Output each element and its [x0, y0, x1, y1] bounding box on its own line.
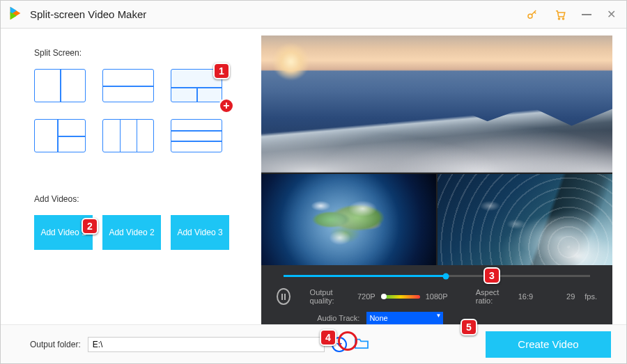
quality-low-text: 720P	[357, 292, 376, 301]
svg-point-3	[528, 14, 532, 18]
layout-thumbnails	[34, 69, 242, 152]
split-screen-label: Split Screen:	[34, 48, 242, 58]
preview-slot-2[interactable]	[261, 174, 436, 265]
output-folder-input[interactable]	[88, 337, 325, 352]
layout-2col[interactable]	[34, 69, 86, 102]
layout-left-2right[interactable]	[34, 119, 86, 152]
aspect-ratio-label: Aspect ratio:	[476, 288, 509, 305]
create-video-button[interactable]: Create Video	[486, 331, 611, 358]
progress-bar[interactable]	[284, 275, 590, 277]
quality-high-text: 1080P	[426, 292, 448, 301]
audio-track-label: Audio Track:	[317, 314, 359, 322]
add-video-buttons: Add Video 1 Add Video 2 Add Video 3	[34, 215, 242, 250]
title-bar: Split-screen Video Maker ✕	[1, 1, 626, 29]
layout-3row[interactable]	[171, 119, 222, 152]
quality-slider[interactable]: 720P 1080P	[357, 292, 448, 301]
minimize-button[interactable]	[582, 14, 591, 15]
annotation-callout-3: 3	[483, 267, 500, 284]
annotation-ring-4	[338, 331, 357, 351]
progress-fill	[284, 275, 446, 277]
playback-controls: Output quality: 720P 1080P Aspect ratio:…	[261, 265, 612, 331]
cart-icon[interactable]	[554, 8, 566, 21]
audio-track-select[interactable]: None	[366, 312, 443, 324]
svg-point-5	[562, 17, 564, 19]
add-videos-label: Add Videos:	[34, 194, 242, 204]
fps-value: 29	[566, 292, 575, 301]
progress-handle[interactable]	[443, 273, 449, 279]
add-video-3-button[interactable]: Add Video 3	[171, 215, 229, 250]
right-pane: Output quality: 720P 1080P Aspect ratio:…	[261, 29, 626, 317]
output-folder-label: Output folder:	[30, 340, 81, 349]
annotation-callout-2: 2	[82, 218, 98, 235]
add-video-2-button[interactable]: Add Video 2	[102, 215, 161, 250]
preview-slot-1[interactable]	[261, 35, 612, 173]
annotation-plus-badge: +	[219, 98, 234, 113]
close-button[interactable]: ✕	[607, 8, 616, 21]
pause-button[interactable]	[277, 288, 290, 305]
preview-slot-3[interactable]	[438, 174, 612, 265]
fps-unit: fps.	[585, 292, 597, 301]
app-logo-icon	[8, 6, 23, 24]
footer-bar: Output folder: Create Video	[1, 324, 626, 363]
svg-point-4	[558, 17, 559, 19]
key-icon[interactable]	[526, 8, 539, 21]
main-area: Split Screen: Add Videos: Add Video 1 Ad…	[1, 29, 626, 317]
annotation-callout-4: 4	[320, 329, 336, 346]
annotation-callout-5: 5	[460, 319, 477, 335]
layout-3col[interactable]	[102, 119, 154, 152]
layout-2row[interactable]	[102, 69, 154, 102]
output-quality-label: Output quality:	[310, 288, 348, 305]
annotation-callout-1: 1	[213, 63, 230, 79]
aspect-ratio-value: 16:9	[518, 292, 533, 301]
preview-panel	[261, 35, 612, 265]
app-title: Split-screen Video Maker	[30, 8, 146, 20]
